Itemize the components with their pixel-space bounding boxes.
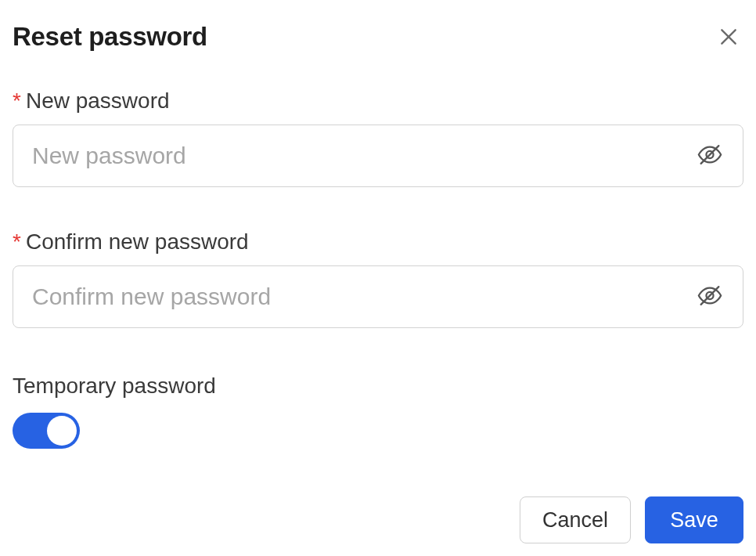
- confirm-password-input[interactable]: [13, 265, 743, 328]
- toggle-confirm-password-visibility[interactable]: [692, 278, 728, 316]
- required-indicator: *: [13, 90, 21, 112]
- temporary-password-label: Temporary password: [13, 374, 743, 399]
- confirm-password-label: Confirm new password: [26, 229, 249, 255]
- close-button[interactable]: [714, 22, 743, 54]
- new-password-label: New password: [26, 88, 170, 114]
- new-password-input[interactable]: [13, 125, 743, 187]
- save-button[interactable]: Save: [645, 496, 743, 543]
- cancel-button[interactable]: Cancel: [520, 496, 631, 543]
- temporary-password-toggle[interactable]: [13, 413, 80, 449]
- required-indicator: *: [13, 231, 21, 253]
- dialog-title: Reset password: [13, 22, 207, 52]
- close-icon: [718, 27, 739, 49]
- toggle-knob: [47, 416, 77, 446]
- eye-off-icon: [697, 283, 723, 312]
- eye-off-icon: [697, 142, 723, 171]
- toggle-new-password-visibility[interactable]: [692, 137, 728, 175]
